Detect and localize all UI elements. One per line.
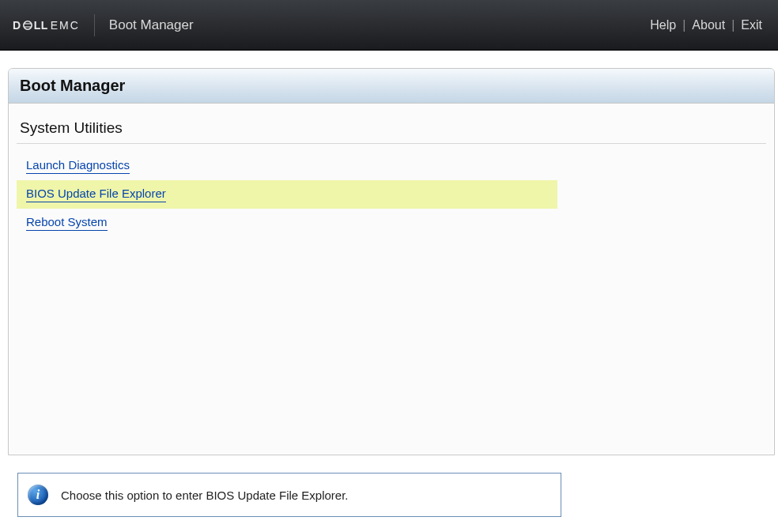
dell-globe-icon [22,20,33,31]
info-icon: i [28,485,48,505]
panel-title: Boot Manager [9,69,774,104]
panel-body: System Utilities Launch Diagnostics BIOS… [9,104,774,237]
option-label: Launch Diagnostics [26,158,130,174]
option-launch-diagnostics[interactable]: Launch Diagnostics [17,152,557,180]
top-right-links: Help | About | Exit [650,18,762,32]
option-reboot-system[interactable]: Reboot System [17,209,557,237]
section-title: System Utilities [17,115,766,144]
option-bios-update-file-explorer[interactable]: BIOS Update File Explorer [17,180,557,209]
logo-d: D [13,19,21,32]
divider [94,14,95,36]
help-link[interactable]: Help [650,18,676,32]
info-text: Choose this option to enter BIOS Update … [61,489,349,502]
about-link[interactable]: About [692,18,725,32]
option-label: Reboot System [26,215,108,231]
app-title: Boot Manager [109,17,194,33]
separator: | [731,18,735,32]
logo-emc: EMC [51,19,80,32]
logo-ll: LL [34,19,48,32]
main-panel: Boot Manager System Utilities Launch Dia… [8,68,775,455]
separator: | [682,18,685,32]
option-label: BIOS Update File Explorer [26,187,166,202]
info-box: i Choose this option to enter BIOS Updat… [17,473,561,517]
exit-link[interactable]: Exit [741,18,762,32]
svg-point-0 [23,21,31,28]
dell-emc-logo: D LL EMC [13,19,80,32]
top-bar: D LL EMC Boot Manager Help | About | Exi… [0,0,778,51]
